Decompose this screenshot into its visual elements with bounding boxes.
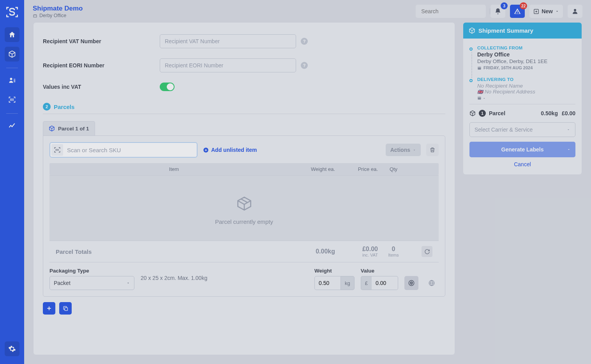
value-label: Value [361,268,398,274]
user-button[interactable] [568,5,582,18]
brand: Shipmate Demo Derby Office [33,5,83,18]
currency-symbol: £ [361,276,372,290]
collecting-address: Derby Office, Derby, DE1 1EE [477,58,547,64]
add-unlisted-button[interactable]: Add unlisted item [203,147,257,153]
nav-shipments[interactable] [5,47,19,62]
weight-input[interactable] [314,276,341,290]
item-table-header: Item Weight ea. Price ea. Qty [49,163,439,175]
collecting-label: COLLECTING FROM [477,46,547,50]
sku-scan[interactable] [49,142,198,158]
main-form-card: Recipient VAT Number ? Recipient EORI Nu… [34,23,455,355]
alerts-button[interactable]: 22 [510,5,525,18]
empty-box-icon [236,195,253,212]
empty-state: Parcel currently empty [49,175,439,241]
inc-vat-toggle[interactable] [160,83,175,91]
help-icon[interactable]: ? [301,62,308,69]
shipment-summary-card: Shipment Summary COLLECTING FROM Derby O… [463,23,582,174]
cancel-link[interactable]: Cancel [469,161,575,167]
summary-header: Shipment Summary [463,23,582,39]
brand-title: Shipmate Demo [33,5,83,12]
nav-settings[interactable] [5,341,19,356]
eori-label: Recipient EORI Number [43,62,160,69]
barcode-icon [51,144,63,156]
totals-qty: 0 Items [378,246,409,257]
logo [5,5,19,19]
delete-parcel-button[interactable] [426,144,439,156]
svg-rect-9 [478,97,481,99]
delivering-date: - [477,95,535,100]
summary-parcel-label: Parcel [489,110,505,116]
weight-unit: kg [341,276,355,290]
brand-subtitle: Derby Office [33,13,83,18]
refresh-totals-button[interactable] [422,246,432,257]
packaging-type-select[interactable]: Packet [49,276,134,290]
nav-contacts[interactable] [5,73,19,88]
collecting-title: Derby Office [477,51,547,58]
summary-parcel-value: £0.00 [562,110,575,116]
sidebar [0,0,24,364]
totals-row: Parcel Totals 0.00kg £0.00 inc. VAT 0 It… [49,241,439,262]
nav-scan[interactable] [5,92,19,107]
svg-point-3 [574,9,576,11]
globe-button[interactable] [425,276,439,290]
section-title: Parcels [54,104,74,110]
parcel-body: Add unlisted item Actions Item Weight ea… [43,135,445,297]
weight-label: Weight [314,268,355,274]
help-icon[interactable]: ? [301,38,308,45]
notification-badge: 3 [501,2,508,9]
topbar: Shipmate Demo Derby Office / 3 22 New [24,0,591,23]
sku-input[interactable] [63,147,196,153]
generate-labels-button[interactable]: Generate Labels [469,142,575,157]
package-config-button[interactable] [404,276,418,290]
inc-vat-label: Values inc VAT [43,84,160,90]
carrier-select[interactable]: Select Carrier & Service [469,122,575,137]
search-input[interactable] [421,8,489,14]
totals-weight: 0.00kg [292,248,335,255]
col-qty: Qty [378,166,409,172]
col-price: Price ea. [335,166,378,172]
col-weight: Weight ea. [292,166,335,172]
empty-text: Parcel currently empty [49,218,439,225]
col-item: Item [56,166,292,172]
packaging-dims: 20 x 25 x 2cm. Max. 1.00kg [141,275,207,283]
new-button[interactable]: New [529,5,563,18]
duplicate-parcel-button[interactable] [59,302,72,315]
svg-point-0 [10,78,12,80]
value-input[interactable] [372,276,398,290]
summary-parcel-count: 1 [479,110,486,117]
eori-input[interactable] [160,58,296,72]
nav-home[interactable] [5,27,19,42]
totals-price: £0.00 inc. VAT [335,246,378,257]
notifications-button[interactable]: 3 [490,5,505,18]
totals-label: Parcel Totals [56,248,292,255]
actions-dropdown[interactable]: Actions [386,144,421,156]
alert-badge: 22 [520,2,527,9]
delivering-address: 🇬🇧No Recipient Address [477,89,535,95]
summary-parcel-weight: 0.50kg [541,110,558,116]
add-parcel-button[interactable] [43,302,55,315]
delivering-label: DELIVERING TO [477,77,535,82]
svg-rect-8 [478,67,481,69]
packaging-type-label: Packaging Type [49,268,134,274]
section-step-number: 2 [43,103,51,111]
vat-label: Recipient VAT Number [43,38,160,44]
collecting-date: FRIDAY, 16TH AUG 2024 [477,65,547,70]
delivering-name: No Recipient Name [477,83,535,89]
svg-rect-7 [65,308,68,311]
nav-analytics[interactable] [5,118,19,133]
vat-input[interactable] [160,34,296,48]
parcel-tab[interactable]: Parcel 1 of 1 [43,121,95,135]
global-search[interactable]: / [416,5,486,18]
